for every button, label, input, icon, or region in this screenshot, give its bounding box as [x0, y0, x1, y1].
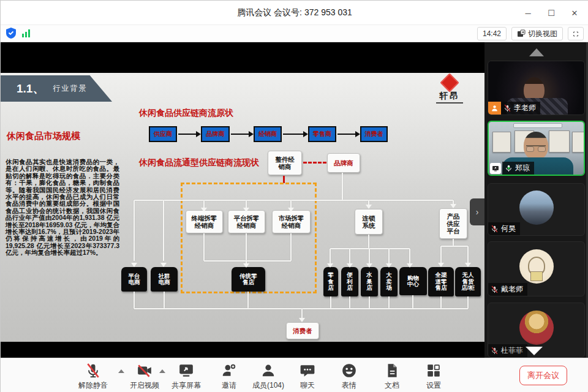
- connector-line: [388, 296, 390, 309]
- host-badge-icon: [488, 102, 501, 115]
- chat-button[interactable]: 聊天: [286, 363, 329, 391]
- leave-meeting-button[interactable]: 离开会议: [519, 366, 567, 385]
- title-bar: 腾讯会议 会议号: 372 953 031 ─ ☐ ✕: [1, 1, 588, 25]
- connector-line: [409, 249, 410, 263]
- connector-line: [368, 235, 369, 249]
- flow-arrow: [283, 134, 304, 135]
- scroll-down-icon[interactable]: [526, 347, 543, 355]
- video-tile[interactable]: 戴老师: [488, 241, 585, 296]
- emoji-button[interactable]: 表情: [328, 363, 371, 391]
- market-paragraph: 休闲食品其实也是快速消费品的一类，是在人们闲暇、休息时所吃的食品。最贴切的解释是…: [6, 159, 119, 257]
- unmute-label: 解除静音: [78, 380, 108, 391]
- retail-node: 水 果 店: [361, 267, 378, 296]
- participant-name: 李老师: [514, 103, 536, 113]
- chain1-title: 休闲食品供应链商流原状: [139, 108, 233, 119]
- brand-node: 品牌商: [327, 153, 360, 173]
- emoji-label: 表情: [342, 380, 356, 391]
- scroll-up-icon[interactable]: [529, 48, 544, 56]
- retail-node: 大 卖 场: [380, 267, 398, 296]
- bulk-distributor-node: 整件经 销商: [268, 151, 302, 175]
- mid-node: 平台拆零 经销商: [228, 210, 265, 233]
- meeting-time: 14:42: [477, 27, 507, 40]
- connector-line: [247, 292, 249, 309]
- flow-node: 零售商: [308, 126, 336, 142]
- connector-line: [369, 249, 370, 263]
- invite-button[interactable]: 邀请: [208, 363, 251, 391]
- settings-button[interactable]: 设置: [412, 363, 455, 391]
- connector-line: [204, 260, 291, 262]
- switch-view-icon: [517, 29, 526, 38]
- share-screen-button[interactable]: 共享屏幕: [165, 363, 208, 391]
- fullscreen-button[interactable]: [568, 27, 584, 40]
- meeting-toolbar: 14:42 切换视图: [1, 25, 588, 42]
- security-shield-icon[interactable]: [6, 27, 17, 39]
- connector-arrowhead: [407, 263, 413, 268]
- participant-name: 何昊: [501, 224, 516, 234]
- connector-line: [246, 233, 247, 261]
- connector-arrowhead: [299, 318, 305, 322]
- connector-line: [388, 249, 390, 263]
- connector-line: [163, 200, 164, 261]
- minimize-button[interactable]: ─: [519, 4, 537, 22]
- logo-underline: [436, 102, 463, 104]
- connector-line: [342, 173, 343, 200]
- invite-person-icon: [221, 363, 237, 379]
- flow-node: 消费者: [360, 126, 388, 142]
- retail-node: 零 食 店: [323, 267, 338, 296]
- connector-arrowhead: [347, 263, 353, 268]
- certificate: [549, 130, 570, 153]
- chain2-title: 休闲食品流通型供应链商流现状: [139, 157, 259, 168]
- logo-text: 轩昂: [431, 91, 469, 102]
- maximize-button[interactable]: ☐: [542, 4, 560, 22]
- retail-node: 社群 电商: [151, 267, 178, 292]
- mid-node: 市场拆零 经销商: [272, 210, 311, 233]
- settings-label: 设置: [426, 380, 441, 391]
- mic-muted-icon: [85, 363, 101, 379]
- screen-share-badge-icon: [490, 163, 501, 174]
- mic-muted-icon: [491, 285, 499, 293]
- network-signal-icon[interactable]: [21, 28, 31, 38]
- connector-line: [369, 296, 370, 309]
- connector-line: [301, 309, 303, 318]
- video-tile[interactable]: 李老师: [488, 61, 585, 115]
- camera-off-icon: [137, 363, 153, 379]
- connector-line: [203, 233, 205, 261]
- mic-muted-icon: [503, 104, 511, 112]
- docs-label: 文档: [385, 380, 399, 391]
- product-platform-node: 产品 供应 平台: [439, 208, 467, 239]
- switch-view-button[interactable]: 切换视图: [511, 27, 563, 40]
- video-tile[interactable]: 郑琼: [488, 121, 585, 176]
- market-scale-title: 休闲食品市场规模: [7, 130, 80, 142]
- document-icon: [384, 363, 400, 379]
- logo-diamond-icon: [440, 73, 459, 92]
- window-controls: ─ ☐ ✕: [519, 1, 584, 25]
- sidebar-collapse-tab[interactable]: ›: [470, 198, 484, 225]
- connector-line: [203, 200, 205, 208]
- close-button[interactable]: ✕: [565, 4, 584, 22]
- docs-button[interactable]: 文档: [371, 363, 413, 391]
- emoji-smiley-icon: [341, 363, 357, 379]
- flow-node: 供应商: [149, 126, 177, 142]
- unmute-button[interactable]: 解除静音: [72, 363, 115, 391]
- connector-arrowhead: [386, 263, 392, 268]
- certificate: [572, 132, 584, 153]
- connector-line: [440, 246, 442, 263]
- flow-arrow: [337, 134, 356, 135]
- members-button[interactable]: 成员(104): [247, 363, 290, 391]
- flow-node: 经销商: [254, 126, 282, 142]
- retail-node: 无人 售货 店/柜: [455, 267, 481, 296]
- start-video-button[interactable]: 开启视频: [123, 363, 166, 391]
- red-dashed-connector: [303, 162, 326, 164]
- certificate: [492, 132, 511, 153]
- connector-arrowhead: [160, 263, 167, 267]
- retail-node: 传统零 售店: [232, 267, 265, 292]
- chat-label: 聊天: [300, 380, 315, 391]
- video-tile[interactable]: 何昊: [488, 183, 585, 236]
- connector-line: [134, 200, 135, 261]
- participant-name: 郑琼: [515, 163, 530, 173]
- invite-label: 邀请: [222, 380, 236, 391]
- share-screen-label: 共享屏幕: [172, 380, 201, 391]
- flow-node: 品牌商: [201, 126, 230, 142]
- participant-glasses: [526, 145, 546, 151]
- mic-active-icon: [505, 164, 513, 172]
